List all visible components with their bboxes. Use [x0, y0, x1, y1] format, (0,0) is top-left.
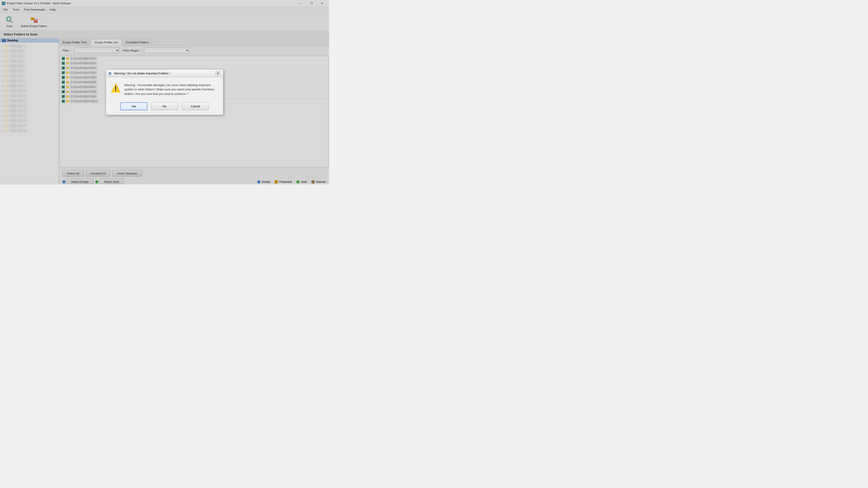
- modal-message: Warning : Irreversible damages can occur…: [124, 83, 219, 96]
- dialog-no-button[interactable]: No: [151, 102, 178, 110]
- svg-rect-9: [109, 72, 111, 75]
- modal-title-text: Warning ! Do not delete important Folder…: [114, 72, 170, 75]
- modal-app-icon: [109, 72, 112, 75]
- modal-dialog: Warning ! Do not delete important Folder…: [106, 69, 223, 115]
- modal-title-group: Warning ! Do not delete important Folder…: [109, 72, 170, 75]
- modal-close-button[interactable]: ✕: [215, 71, 220, 76]
- dialog-yes-button[interactable]: Yes: [120, 102, 147, 110]
- modal-titlebar: Warning ! Do not delete important Folder…: [106, 70, 223, 77]
- modal-overlay: Warning ! Do not delete important Folder…: [0, 0, 329, 184]
- svg-rect-10: [109, 72, 110, 73]
- dialog-cancel-button[interactable]: Cancel: [182, 102, 209, 110]
- warning-icon: ⚠️: [111, 84, 121, 93]
- modal-buttons: Yes No Cancel: [106, 101, 223, 115]
- modal-body: ⚠️ Warning : Irreversible damages can oc…: [106, 77, 223, 101]
